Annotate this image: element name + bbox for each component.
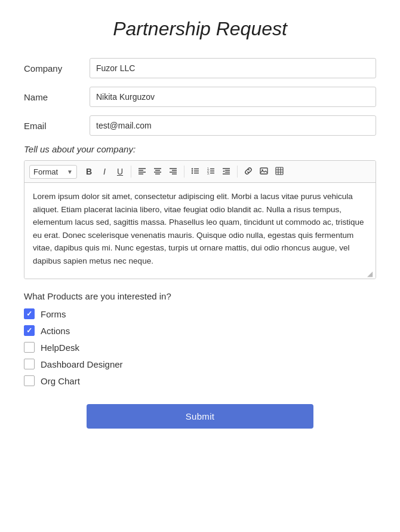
checkbox-actions-label[interactable]: Actions <box>41 326 70 336</box>
link-button[interactable] <box>241 164 256 179</box>
page-title: Partnership Request <box>24 18 376 40</box>
checkbox-orgchart-item: Org Chart <box>24 375 376 386</box>
align-center-icon <box>153 167 162 177</box>
checkbox-orgchart-label[interactable]: Org Chart <box>41 376 80 386</box>
underline-icon: U <box>117 167 123 176</box>
products-section: What Products are you interested in? For… <box>24 291 376 386</box>
checkbox-actions-item: Actions <box>24 325 376 336</box>
svg-point-12 <box>192 168 193 169</box>
align-center-button[interactable] <box>150 164 165 179</box>
italic-button[interactable]: I <box>97 164 112 179</box>
align-right-button[interactable] <box>166 164 180 179</box>
name-row: Name <box>24 87 376 107</box>
email-row: Email <box>24 115 376 136</box>
numbered-list-icon: 1.2.3. <box>207 167 215 177</box>
checkbox-dashboard[interactable] <box>24 359 35 369</box>
toolbar-divider-1 <box>131 166 131 178</box>
link-icon <box>244 167 253 177</box>
tell-us-label: Tell us about your company: <box>24 144 376 154</box>
checkbox-orgchart[interactable] <box>24 375 35 386</box>
outdent-icon <box>222 167 230 177</box>
format-dropdown-label: Format <box>33 167 58 176</box>
checkbox-helpdesk-item: HelpDesk <box>24 342 376 353</box>
checkbox-dashboard-label[interactable]: Dashboard Designer <box>41 359 123 369</box>
submit-section: Submit <box>24 404 376 429</box>
checkbox-forms[interactable] <box>24 308 35 319</box>
company-input[interactable] <box>90 58 376 78</box>
name-input[interactable] <box>90 87 376 107</box>
name-label: Name <box>24 92 90 102</box>
bullet-list-icon <box>191 167 199 177</box>
image-button[interactable] <box>257 164 271 179</box>
resize-handle-icon: ◢ <box>367 270 374 277</box>
submit-button[interactable]: Submit <box>87 404 313 429</box>
underline-button[interactable]: U <box>113 164 127 179</box>
toolbar-divider-3 <box>237 166 238 178</box>
svg-text:3.: 3. <box>207 172 210 175</box>
toolbar-divider-2 <box>184 166 184 178</box>
checkbox-forms-label[interactable]: Forms <box>41 309 66 319</box>
checkbox-helpdesk-label[interactable]: HelpDesk <box>41 343 79 353</box>
editor-toolbar: Format ▼ B I U <box>24 161 376 183</box>
checkbox-forms-item: Forms <box>24 308 376 319</box>
svg-rect-31 <box>276 167 283 175</box>
svg-point-13 <box>192 170 193 171</box>
table-button[interactable] <box>272 164 287 179</box>
svg-marker-28 <box>223 170 224 172</box>
company-row: Company <box>24 58 376 78</box>
italic-icon: I <box>103 167 106 176</box>
products-question: What Products are you interested in? <box>24 291 376 301</box>
format-dropdown[interactable]: Format ▼ <box>29 165 77 179</box>
align-left-button[interactable] <box>135 164 149 179</box>
bold-button[interactable]: B <box>82 164 96 179</box>
align-left-icon <box>138 167 146 177</box>
company-label: Company <box>24 63 90 74</box>
bold-icon: B <box>86 167 92 176</box>
editor-content[interactable]: Lorem ipsum dolor sit amet, consectetur … <box>24 183 376 279</box>
format-dropdown-arrow-icon: ▼ <box>67 169 73 175</box>
bullet-list-button[interactable] <box>188 164 202 179</box>
outdent-button[interactable] <box>219 164 233 179</box>
rich-text-editor: Format ▼ B I U <box>24 160 376 279</box>
align-right-icon <box>169 167 177 177</box>
email-input[interactable] <box>90 115 376 136</box>
svg-rect-29 <box>260 168 267 174</box>
checkbox-actions[interactable] <box>24 325 35 336</box>
numbered-list-button[interactable]: 1.2.3. <box>204 164 218 179</box>
image-icon <box>260 167 268 177</box>
svg-point-14 <box>192 172 193 173</box>
table-icon <box>275 167 284 177</box>
email-label: Email <box>24 121 90 131</box>
editor-content-wrapper[interactable]: Lorem ipsum dolor sit amet, consectetur … <box>24 183 376 279</box>
partnership-form: Company Name Email Tell us about your co… <box>24 58 376 429</box>
checkbox-dashboard-item: Dashboard Designer <box>24 359 376 369</box>
checkbox-helpdesk[interactable] <box>24 342 35 353</box>
